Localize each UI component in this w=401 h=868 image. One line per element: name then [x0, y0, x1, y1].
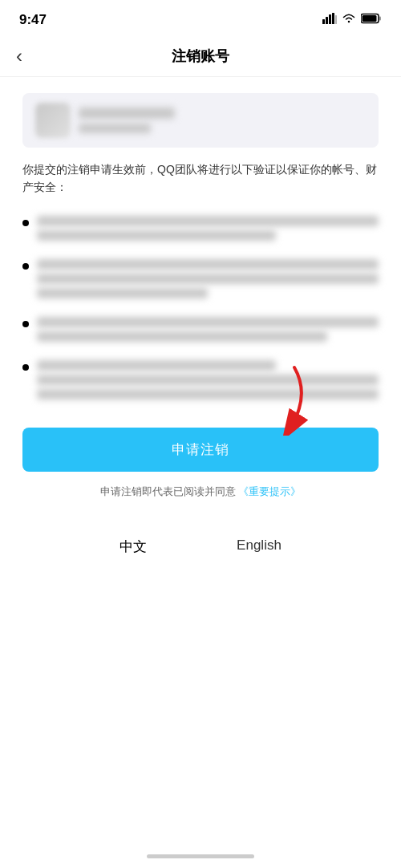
arrow-svg: [266, 363, 314, 436]
qq-number-blur: [79, 124, 151, 133]
blur-line: [37, 375, 379, 385]
back-button[interactable]: ‹: [16, 45, 22, 67]
status-icons: [322, 13, 382, 27]
signal-icon: [322, 13, 337, 27]
bullet-dot: [22, 364, 29, 371]
bullet-content-4: [37, 360, 379, 404]
blur-line: [37, 288, 208, 298]
lang-chinese[interactable]: 中文: [107, 531, 160, 562]
home-indicator: [147, 854, 254, 858]
apply-button-container: 申请注销: [22, 428, 379, 472]
bullet-dot: [22, 263, 29, 270]
qq-account-area: [22, 93, 379, 148]
bullet-item: [22, 317, 379, 346]
page-title: 注销账号: [172, 47, 229, 66]
qq-avatar: [35, 103, 71, 138]
blur-line: [37, 274, 379, 284]
description-text: 你提交的注销申请生效前，QQ团队将进行以下验证以保证你的帐号、财产安全：: [22, 160, 379, 197]
qq-info: [79, 107, 366, 133]
bullet-content-1: [37, 216, 379, 245]
blur-line: [37, 389, 379, 400]
bullet-content-3: [37, 317, 379, 346]
blur-line: [37, 216, 379, 226]
lang-english[interactable]: English: [224, 531, 294, 562]
svg-rect-3: [332, 13, 334, 24]
qq-name-blur: [79, 107, 175, 119]
important-notice-link[interactable]: 《重要提示》: [238, 485, 301, 497]
blur-line: [37, 230, 276, 241]
bullet-dot: [22, 220, 29, 226]
nav-bar: ‹ 注销账号: [0, 35, 401, 77]
language-switcher: 中文 English: [22, 523, 379, 570]
svg-rect-2: [329, 14, 331, 24]
arrow-indicator: [266, 363, 314, 436]
bullet-item: [22, 360, 379, 404]
blur-line: [37, 317, 379, 327]
svg-rect-4: [335, 15, 337, 24]
svg-rect-7: [363, 15, 377, 22]
status-time: 9:47: [19, 12, 47, 28]
bullet-dot: [22, 321, 29, 327]
blur-line: [37, 259, 379, 270]
bullet-list: [22, 216, 379, 404]
blur-line: [37, 360, 276, 371]
battery-icon: [361, 13, 382, 27]
blur-line: [37, 331, 327, 342]
status-bar: 9:47: [0, 0, 401, 35]
bullet-content-2: [37, 259, 379, 302]
svg-rect-6: [379, 17, 382, 21]
main-content: 你提交的注销申请生效前，QQ团队将进行以下验证以保证你的帐号、财产安全：: [0, 77, 401, 602]
bullet-item: [22, 216, 379, 245]
agreement-text: 申请注销即代表已阅读并同意 《重要提示》: [22, 485, 379, 499]
bullet-item: [22, 259, 379, 302]
svg-rect-0: [322, 19, 325, 24]
svg-rect-1: [326, 17, 328, 24]
wifi-icon: [342, 13, 356, 27]
apply-cancel-button[interactable]: 申请注销: [22, 428, 379, 472]
